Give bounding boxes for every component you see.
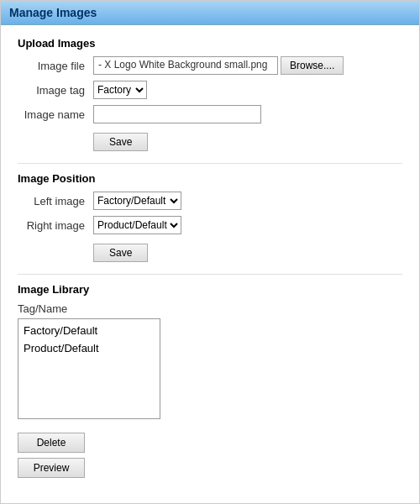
file-row: Image file - X Logo White Background sma… — [18, 56, 402, 75]
image-tag-select[interactable]: Factory Product Default — [93, 81, 147, 99]
file-label: Image file — [18, 60, 93, 72]
list-item[interactable]: Product/Default — [24, 340, 155, 358]
preview-button[interactable]: Preview — [18, 458, 85, 478]
library-section-title: Image Library — [18, 283, 402, 296]
position-save-row: Save — [18, 240, 402, 265]
file-text-display: - X Logo White Background small.png — [93, 56, 278, 75]
left-image-select[interactable]: Factory/Default Product/Default — [93, 192, 181, 210]
browse-button[interactable]: Browse.... — [281, 56, 344, 75]
divider-1 — [18, 163, 402, 164]
file-input-group: - X Logo White Background small.png Brow… — [93, 56, 344, 75]
right-image-label: Right image — [18, 219, 93, 232]
position-section-title: Image Position — [18, 172, 402, 185]
tag-row: Image tag Factory Product Default — [18, 81, 402, 99]
upload-section-title: Upload Images — [18, 37, 402, 50]
left-image-row: Left image Factory/Default Product/Defau… — [18, 192, 402, 210]
right-image-row: Right image Factory/Default Product/Defa… — [18, 216, 402, 234]
image-name-input[interactable] — [93, 105, 261, 123]
right-image-select[interactable]: Factory/Default Product/Default — [93, 216, 181, 234]
left-image-label: Left image — [18, 195, 93, 207]
name-row: Image name — [18, 105, 402, 123]
position-save-button[interactable]: Save — [93, 244, 148, 262]
tag-label: Image tag — [18, 84, 93, 97]
page-title: Manage Images — [9, 6, 97, 19]
name-label: Image name — [18, 108, 93, 121]
tag-name-label: Tag/Name — [18, 302, 402, 315]
image-library-list[interactable]: Factory/Default Product/Default — [18, 318, 160, 419]
list-item[interactable]: Factory/Default — [24, 323, 155, 340]
delete-button[interactable]: Delete — [18, 433, 85, 453]
upload-save-button[interactable]: Save — [93, 133, 148, 151]
bottom-buttons: Delete Preview — [18, 433, 402, 478]
divider-2 — [18, 274, 402, 275]
title-bar: Manage Images — [1, 1, 419, 25]
upload-save-row: Save — [18, 129, 402, 155]
main-content: Upload Images Image file - X Logo White … — [1, 25, 419, 490]
app-container: Manage Images Upload Images Image file -… — [0, 0, 420, 504]
